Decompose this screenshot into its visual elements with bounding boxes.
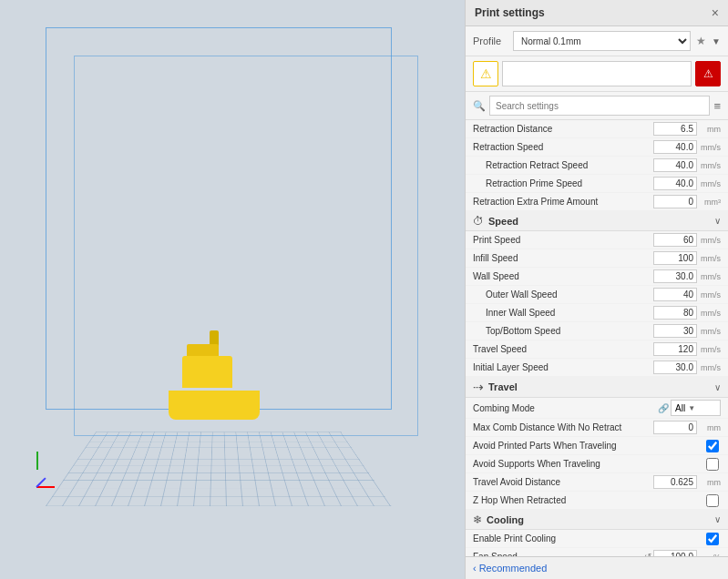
combing-mode-label: Combing Mode <box>473 403 656 413</box>
retraction-prime-speed-label: Retraction Prime Speed <box>473 178 653 188</box>
retraction-distance-row: Retraction Distance mm <box>466 120 728 138</box>
warning-button[interactable]: ⚠ <box>473 61 498 86</box>
retraction-retract-speed-unit: mm/s <box>697 161 721 170</box>
travel-speed-label: Travel Speed <box>473 344 653 354</box>
y-axis <box>36 452 38 470</box>
build-plate-grid <box>46 432 392 506</box>
favorite-button[interactable]: ★ <box>696 35 706 47</box>
panel-header: Print settings × <box>466 0 728 26</box>
close-button[interactable]: × <box>712 5 719 20</box>
combing-mode-link-icon[interactable]: 🔗 <box>658 403 669 413</box>
wall-speed-unit: mm/s <box>697 272 721 281</box>
max-comb-distance-unit: mm <box>697 423 721 432</box>
retraction-speed-row: Retraction Speed mm/s <box>466 138 728 157</box>
panel-title: Print settings <box>475 6 545 19</box>
error-icon: ⚠ <box>703 67 713 80</box>
wall-speed-value[interactable] <box>653 269 697 283</box>
avoid-supports-row: Avoid Supports When Traveling <box>466 455 728 473</box>
travel-speed-unit: mm/s <box>697 345 721 354</box>
fan-speed-value[interactable] <box>653 550 697 556</box>
enable-print-cooling-row: Enable Print Cooling <box>466 530 728 548</box>
retraction-extra-prime-label: Retraction Extra Prime Amount <box>473 197 653 207</box>
avoid-printed-parts-label: Avoid Printed Parts When Traveling <box>473 441 706 451</box>
z-hop-label: Z Hop When Retracted <box>473 495 706 505</box>
retraction-prime-speed-row: Retraction Prime Speed mm/s <box>466 175 728 193</box>
infill-speed-label: Infill Speed <box>473 253 653 263</box>
combing-mode-row: Combing Mode 🔗 All ▼ <box>466 398 728 419</box>
fan-speed-row: Fan Speed ↺ % <box>466 548 728 556</box>
travel-avoid-distance-row: Travel Avoid Distance mm <box>466 473 728 492</box>
top-bottom-speed-unit: mm/s <box>697 327 721 336</box>
retraction-speed-label: Retraction Speed <box>473 142 653 152</box>
enable-print-cooling-checkbox[interactable] <box>706 533 719 545</box>
infill-speed-value[interactable] <box>653 251 697 265</box>
inner-wall-speed-label: Inner Wall Speed <box>473 308 653 318</box>
travel-section-title: Travel <box>488 381 714 392</box>
initial-layer-speed-value[interactable] <box>653 361 697 374</box>
initial-layer-speed-label: Initial Layer Speed <box>473 362 653 372</box>
retraction-distance-label: Retraction Distance <box>473 124 653 134</box>
combing-mode-dropdown[interactable]: All ▼ <box>671 400 721 416</box>
3d-viewport <box>0 0 465 579</box>
retraction-retract-speed-value[interactable] <box>653 158 697 172</box>
travel-section-header[interactable]: ⇢ Travel ∨ <box>466 377 728 398</box>
speed-section-arrow: ∨ <box>714 216 721 226</box>
retraction-speed-value[interactable] <box>653 140 697 154</box>
retraction-extra-prime-value[interactable] <box>653 195 697 208</box>
recommended-chevron: ‹ <box>473 563 477 574</box>
top-bottom-speed-value[interactable] <box>653 324 697 338</box>
cooling-icon: ❄ <box>473 513 482 526</box>
combing-mode-value: All <box>675 403 685 413</box>
max-comb-distance-value[interactable] <box>653 421 697 434</box>
inner-wall-speed-value[interactable] <box>653 306 697 320</box>
warning-icon: ⚠ <box>480 66 492 81</box>
initial-layer-speed-unit: mm/s <box>697 363 721 372</box>
model-hull <box>169 383 260 420</box>
travel-section-arrow: ∨ <box>714 382 721 392</box>
travel-avoid-distance-value[interactable] <box>653 475 697 489</box>
z-hop-row: Z Hop When Retracted <box>466 492 728 510</box>
settings-menu-icon[interactable]: ≡ <box>713 99 721 113</box>
outer-wall-speed-row: Outer Wall Speed mm/s <box>466 286 728 304</box>
print-speed-value[interactable] <box>653 233 697 247</box>
wall-speed-label: Wall Speed <box>473 271 653 281</box>
print-settings-panel: Print settings × Profile Normal 0.1mm ★ … <box>465 0 728 579</box>
cooling-section-arrow: ∨ <box>714 514 721 524</box>
profile-label: Profile <box>473 36 508 46</box>
speed-section-header[interactable]: ⏱ Speed ∨ <box>466 211 728 231</box>
travel-speed-value[interactable] <box>653 342 697 356</box>
profile-options-button[interactable]: ▼ <box>712 36 721 46</box>
speed-icon: ⏱ <box>473 215 484 228</box>
retraction-retract-speed-row: Retraction Retract Speed mm/s <box>466 157 728 175</box>
model-object <box>159 329 269 420</box>
cooling-section-header[interactable]: ❄ Cooling ∨ <box>466 510 728 530</box>
enable-print-cooling-label: Enable Print Cooling <box>473 533 706 543</box>
retraction-speed-unit: mm/s <box>697 143 721 152</box>
recommended-label: Recommended <box>479 563 548 574</box>
retraction-extra-prime-unit: mm³ <box>697 198 721 207</box>
avoid-supports-checkbox[interactable] <box>706 458 719 471</box>
canvas-area <box>0 0 465 579</box>
recommended-button[interactable]: ‹ Recommended <box>473 563 547 574</box>
settings-list: Retraction Distance mm Retraction Speed … <box>466 120 728 556</box>
retraction-prime-speed-unit: mm/s <box>697 179 721 188</box>
x-axis <box>36 486 55 488</box>
top-bottom-speed-label: Top/Bottom Speed <box>473 326 653 336</box>
retraction-distance-value[interactable] <box>653 122 697 136</box>
travel-avoid-distance-label: Travel Avoid Distance <box>473 477 653 487</box>
infill-speed-unit: mm/s <box>697 254 721 263</box>
outer-wall-speed-value[interactable] <box>653 288 697 301</box>
profile-select[interactable]: Normal 0.1mm <box>513 31 691 51</box>
travel-icon: ⇢ <box>473 380 484 394</box>
avoid-printed-parts-checkbox[interactable] <box>706 440 719 452</box>
panel-footer: ‹ Recommended <box>466 556 728 579</box>
avoid-supports-label: Avoid Supports When Traveling <box>473 459 706 469</box>
search-input[interactable] <box>489 96 710 116</box>
error-button[interactable]: ⚠ <box>695 61 721 86</box>
z-hop-checkbox[interactable] <box>706 494 719 507</box>
profile-row: Profile Normal 0.1mm ★ ▼ <box>466 26 728 56</box>
retraction-retract-speed-label: Retraction Retract Speed <box>473 160 653 170</box>
search-icon: 🔍 <box>473 100 486 112</box>
infill-speed-row: Infill Speed mm/s <box>466 249 728 268</box>
retraction-prime-speed-value[interactable] <box>653 177 697 190</box>
